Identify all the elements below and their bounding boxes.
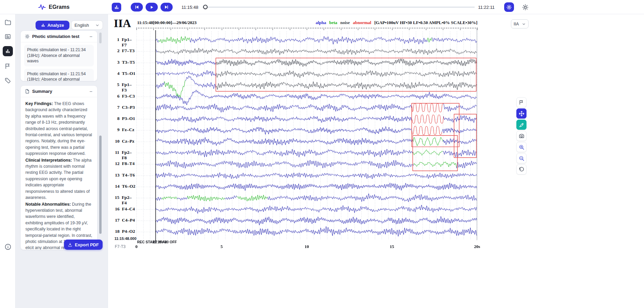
channel-number: 16 — [114, 206, 120, 212]
flag-marker-tool[interactable] — [516, 97, 527, 107]
display-settings-readout: [GAP•100uV HF•30 LF•0.50 AMPL•0% SCALE•3… — [374, 20, 477, 25]
channel-number: 5 — [114, 82, 119, 93]
photic-result-item[interactable]: Photic stimulation test - 11:21:54 (18Hz… — [24, 69, 94, 82]
channel-name: P3–O1 — [122, 116, 135, 121]
channel-name: T4–T6 — [122, 172, 135, 178]
summary-body: Key Findings: The EEG shows background a… — [21, 97, 97, 250]
channel-number: 1 — [114, 37, 119, 48]
zoom-in-icon — [519, 144, 524, 150]
channel-name: Fp1–F7 — [122, 37, 136, 48]
sidebar-item-eeg-view-active[interactable] — [3, 46, 13, 56]
montage-panel-button[interactable] — [112, 3, 121, 12]
export-pdf-button[interactable]: Export PDF — [64, 240, 103, 250]
channel-label-P3–O1[interactable]: 8P3–O1 — [114, 116, 136, 121]
channel-label-C4–P4[interactable]: 17C4–P4 — [114, 218, 136, 223]
channel-label-F3–C3[interactable]: 6F3–C3 — [114, 94, 136, 99]
summary-card-title: Summary — [32, 89, 86, 94]
montage-select[interactable]: IIA — [511, 19, 529, 28]
channel-label-F8–T4[interactable]: 12F8–T4 — [114, 161, 136, 166]
x-axis-tick: 20s — [474, 244, 480, 249]
reset-view-tool[interactable] — [516, 164, 527, 174]
summary-section: Clinical Interpretations: The alpha rhyt… — [25, 157, 92, 201]
card-scrollbar-thumb[interactable] — [99, 33, 102, 43]
app-logo: EGrams — [38, 3, 69, 11]
sun-icon — [25, 34, 30, 39]
annotate-tool-active[interactable] — [516, 120, 527, 130]
theme-toggle-button[interactable] — [521, 3, 529, 11]
sidebar-item-tags[interactable] — [4, 77, 12, 85]
channel-name: C4–P4 — [122, 218, 135, 223]
channel-label-T3–T5[interactable]: 3T3–T5 — [114, 60, 136, 65]
sidebar-item-files[interactable] — [4, 18, 12, 26]
channel-name: T3–T5 — [122, 60, 135, 65]
channel-label-Fp1–F7[interactable]: 1Fp1–F7 — [114, 37, 136, 48]
channel-number: 13 — [114, 172, 120, 178]
x-axis-tick: 5 — [220, 244, 223, 249]
channel-number: 7 — [114, 105, 120, 110]
legend-abnormal: abnormal — [353, 20, 371, 25]
channel-number: 9 — [114, 127, 120, 132]
sun-icon — [522, 4, 529, 11]
zoom-in-tool[interactable] — [516, 142, 527, 152]
channel-number: 6 — [114, 94, 120, 99]
gear-icon — [506, 4, 512, 10]
timeline-slider[interactable] — [202, 4, 475, 10]
eeg-trace-canvas[interactable] — [136, 27, 478, 243]
analyze-button[interactable]: Analyze — [36, 21, 69, 30]
playback-controls — [131, 3, 173, 12]
slider-track[interactable] — [202, 7, 475, 7]
channel-number: 3 — [114, 60, 120, 65]
tag-icon — [4, 77, 11, 84]
collapse-photic-button[interactable]: − — [89, 34, 93, 39]
zoom-out-icon — [519, 156, 524, 161]
settings-button[interactable] — [504, 2, 514, 12]
channel-name: F7–T3 — [122, 48, 135, 54]
slider-handle[interactable] — [203, 5, 208, 9]
channel-label-Fp1–F3[interactable]: 5Fp1–F3 — [114, 82, 136, 93]
channel-label-P4–O2[interactable]: 18P4–O2 — [114, 229, 136, 234]
play-button[interactable] — [146, 3, 158, 12]
channel-label-T6–O2[interactable]: 14T6–O2 — [114, 184, 136, 189]
channel-name: Fp2–F4 — [122, 195, 136, 206]
legend-alpha: alpha — [316, 20, 326, 25]
flag-icon — [4, 63, 11, 69]
photic-result-item[interactable]: Photic stimulation test - 11:21:34 (18Hz… — [24, 45, 94, 66]
channel-name: F8–T4 — [122, 161, 135, 166]
photic-card-header: Photic stimulation test − — [21, 31, 97, 42]
channel-label-F7–T3[interactable]: 2F7–T3 — [114, 48, 136, 54]
screenshot-tool[interactable] — [516, 131, 527, 141]
info-button[interactable] — [4, 243, 12, 251]
language-select[interactable]: English — [71, 20, 103, 30]
skip-forward-button[interactable] — [160, 3, 173, 12]
top-bar: EGrams 11:15:48 11:22:11 — [0, 0, 644, 14]
channel-name: Fz–Cz — [122, 127, 134, 132]
sidebar-item-markers[interactable] — [4, 62, 12, 70]
document-icon — [25, 89, 30, 94]
panel-scrollbar-thumb[interactable] — [99, 136, 102, 234]
channel-label-Fz–Cz[interactable]: 9Fz–Cz — [114, 127, 136, 132]
zoom-out-tool[interactable] — [516, 153, 527, 163]
bar-chart-icon — [114, 5, 119, 10]
channel-label-F4–C4[interactable]: 16F4–C4 — [114, 206, 136, 212]
channel-label-Cz–Pz[interactable]: 10Cz–Pz — [114, 139, 136, 144]
chevron-down-icon — [522, 22, 526, 26]
channel-name: F4–C4 — [122, 206, 135, 212]
photic-card-title: Photic stimulation test — [32, 34, 86, 39]
pan-tool[interactable] — [516, 108, 527, 119]
annotation-toolbar — [516, 97, 527, 174]
skip-back-icon — [134, 5, 139, 9]
sidebar-item-report[interactable] — [4, 33, 12, 41]
channel-label-C3–P3[interactable]: 7C3–P3 — [114, 105, 136, 110]
channel-number: 8 — [114, 116, 120, 121]
channel-label-Fp2–F4[interactable]: 15Fp2–F4 — [114, 195, 136, 206]
skip-back-button[interactable] — [131, 3, 143, 12]
channel-label-T5–O1[interactable]: 4T5–O1 — [114, 71, 136, 76]
rotate-ccw-icon — [519, 167, 524, 172]
collapse-summary-button[interactable]: − — [89, 89, 93, 94]
language-value: English — [74, 23, 89, 28]
channel-label-T4–T6[interactable]: 13T4–T6 — [114, 172, 136, 178]
channel-number: 10 — [114, 139, 120, 144]
channel-name: C3–P3 — [122, 105, 135, 110]
channel-label-Fp2–F8[interactable]: 11Fp2–F8 — [114, 150, 136, 161]
egrams-app: EGrams 11:15:48 11:22:11 — [0, 0, 644, 308]
